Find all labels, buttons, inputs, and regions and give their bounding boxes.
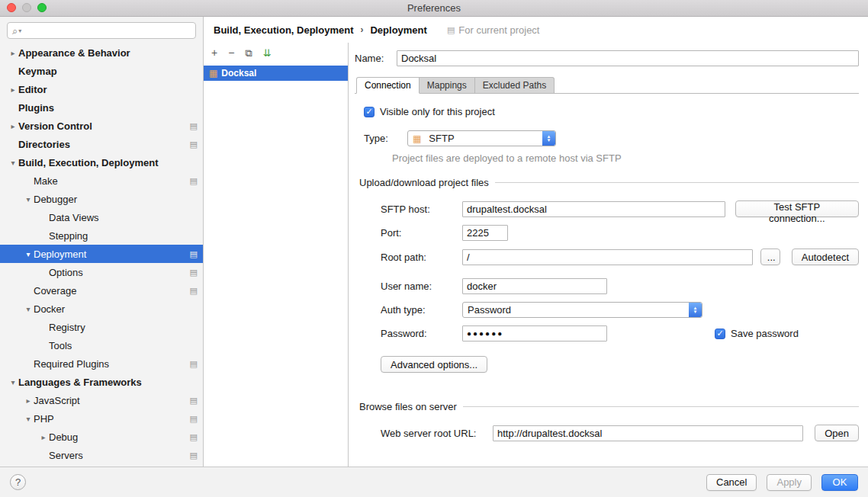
sidebar-item-plugins[interactable]: Plugins: [0, 98, 203, 117]
settings-search-input[interactable]: [24, 25, 191, 36]
sidebar-item-build-execution-deployment[interactable]: ▾Build, Execution, Deployment: [0, 153, 203, 172]
sidebar-item-label: Build, Execution, Deployment: [18, 157, 158, 168]
sidebar-item-debug[interactable]: ▸Debug▤: [0, 428, 203, 446]
apply-button[interactable]: Apply: [767, 474, 812, 491]
chevron-right-icon[interactable]: ▸: [23, 396, 34, 405]
import-server-button[interactable]: ⇊: [263, 48, 272, 58]
scope-label: For current project: [458, 24, 539, 36]
tab-mappings[interactable]: Mappings: [420, 77, 475, 94]
ok-button[interactable]: OK: [821, 474, 858, 491]
sidebar-item-required-plugins[interactable]: Required Plugins▤: [0, 354, 203, 373]
dropdown-stepper-icon[interactable]: ▲▼: [542, 131, 555, 146]
sidebar-item-editor[interactable]: ▸Editor: [0, 80, 203, 98]
root-path-input[interactable]: [462, 249, 753, 265]
sidebar-item-php[interactable]: ▾PHP▤: [0, 409, 203, 428]
project-level-icon: ▤: [190, 451, 198, 460]
help-button[interactable]: ?: [10, 474, 26, 490]
browse-root-path-button[interactable]: ...: [760, 248, 780, 265]
test-sftp-connection-button[interactable]: Test SFTP connection...: [735, 200, 859, 217]
breadcrumb: Build, Execution, Deployment › Deploymen…: [204, 17, 868, 43]
dropdown-stepper-icon[interactable]: ▲▼: [689, 303, 702, 317]
root-path-label: Root path:: [381, 252, 462, 263]
port-input[interactable]: [462, 225, 508, 241]
tab-connection[interactable]: Connection: [356, 77, 420, 94]
chevron-down-icon[interactable]: ▾: [8, 159, 18, 167]
project-level-icon: ▤: [190, 359, 198, 369]
sidebar-item-keymap[interactable]: Keymap: [0, 62, 203, 80]
chevron-down-icon[interactable]: ▾: [23, 415, 34, 423]
add-server-button[interactable]: +: [211, 47, 217, 58]
sidebar-item-label: PHP: [34, 413, 54, 425]
settings-search-box[interactable]: ⌕ ▾: [7, 22, 196, 39]
web-root-input[interactable]: [493, 425, 803, 441]
sftp-type-icon: ▦: [413, 134, 421, 143]
sidebar-item-registry[interactable]: Registry: [0, 318, 203, 336]
save-password-label: Save password: [731, 328, 799, 339]
sidebar-item-directories[interactable]: Directories▤: [0, 135, 203, 153]
sidebar-item-options[interactable]: Options▤: [0, 263, 203, 281]
sidebar-item-coverage[interactable]: Coverage▤: [0, 281, 203, 300]
sidebar-item-servers[interactable]: Servers▤: [0, 446, 203, 464]
remove-server-button[interactable]: −: [228, 47, 234, 58]
chevron-right-icon[interactable]: ▸: [8, 122, 18, 130]
type-select[interactable]: ▦ SFTP ▲▼: [407, 130, 556, 146]
name-label: Name:: [355, 53, 397, 64]
tab-excluded-paths[interactable]: Excluded Paths: [475, 77, 555, 94]
sidebar-item-data-views[interactable]: Data Views: [0, 208, 203, 226]
password-input[interactable]: [462, 325, 607, 341]
sidebar-item-version-control[interactable]: ▸Version Control▤: [0, 117, 203, 135]
copy-server-button[interactable]: ⧉: [245, 48, 252, 58]
close-button[interactable]: [7, 3, 16, 12]
connection-tab-content: Visible only for this project Type: ▦ SF…: [355, 94, 859, 441]
chevron-down-icon[interactable]: ▾: [8, 378, 18, 386]
sidebar-item-label: Stepping: [49, 230, 88, 242]
chevron-down-icon[interactable]: ▾: [23, 305, 34, 313]
chevron-down-icon[interactable]: ▾: [23, 250, 34, 258]
auth-type-value: Password: [468, 304, 511, 316]
sidebar-item-debugger[interactable]: ▾Debugger: [0, 190, 203, 208]
search-area: ⌕ ▾: [0, 17, 203, 42]
advanced-options-button[interactable]: Advanced options...: [381, 356, 487, 373]
breadcrumb-item-deployment[interactable]: Deployment: [370, 24, 426, 36]
chevron-right-icon[interactable]: ▸: [38, 433, 49, 441]
name-row: Name:: [355, 50, 859, 66]
autodetect-button[interactable]: Autodetect: [792, 248, 859, 265]
root-path-row: Root path: ... Autodetect: [381, 248, 859, 265]
breadcrumb-separator-icon: ›: [360, 24, 363, 35]
settings-sidebar: ⌕ ▾ ▸Appearance & BehaviorKeymap▸EditorP…: [0, 17, 204, 467]
sidebar-item-deployment[interactable]: ▾Deployment▤: [0, 245, 203, 263]
auth-type-select[interactable]: Password ▲▼: [462, 302, 702, 318]
sidebar-item-make[interactable]: Make▤: [0, 172, 203, 190]
sidebar-item-label: Plugins: [18, 102, 54, 114]
breadcrumb-item-build-execution-deployment[interactable]: Build, Execution, Deployment: [214, 24, 353, 36]
server-list-item[interactable]: ▦ Docksal: [204, 66, 348, 81]
chevron-right-icon[interactable]: ▸: [8, 85, 18, 94]
sidebar-item-languages-frameworks[interactable]: ▾Languages & Frameworks: [0, 373, 203, 391]
search-scope-chevron-icon[interactable]: ▾: [18, 27, 21, 34]
sidebar-item-label: Docker: [34, 303, 65, 315]
preferences-window: Preferences ⌕ ▾ ▸Appearance & BehaviorKe…: [0, 0, 868, 497]
server-list-panel: + − ⧉ ⇊ ▦ Docksal: [204, 43, 349, 467]
port-label: Port:: [381, 227, 462, 239]
sidebar-item-docker[interactable]: ▾Docker: [0, 300, 203, 318]
auth-type-label: Auth type:: [381, 304, 462, 316]
visible-only-checkbox[interactable]: [364, 107, 375, 117]
sidebar-item-javascript[interactable]: ▸JavaScript▤: [0, 391, 203, 409]
chevron-down-icon[interactable]: ▾: [23, 195, 34, 204]
sidebar-item-tools[interactable]: Tools: [0, 336, 203, 354]
cancel-button[interactable]: Cancel: [706, 474, 757, 491]
zoom-button[interactable]: [37, 3, 47, 12]
type-helper-text: Project files are deployed to a remote h…: [392, 152, 859, 164]
name-input[interactable]: [397, 50, 859, 66]
sidebar-item-label: Directories: [18, 139, 70, 150]
open-button[interactable]: Open: [815, 425, 859, 441]
sidebar-item-stepping[interactable]: Stepping: [0, 226, 203, 245]
server-toolbar: + − ⧉ ⇊: [204, 43, 348, 63]
main-area: ⌕ ▾ ▸Appearance & BehaviorKeymap▸EditorP…: [0, 17, 868, 467]
chevron-right-icon[interactable]: ▸: [8, 49, 18, 57]
sftp-host-input[interactable]: [462, 201, 725, 217]
save-password-checkbox[interactable]: [715, 329, 725, 339]
project-level-icon: ▤: [190, 139, 198, 149]
sidebar-item-appearance-behavior[interactable]: ▸Appearance & Behavior: [0, 43, 203, 62]
user-name-input[interactable]: [462, 278, 607, 294]
